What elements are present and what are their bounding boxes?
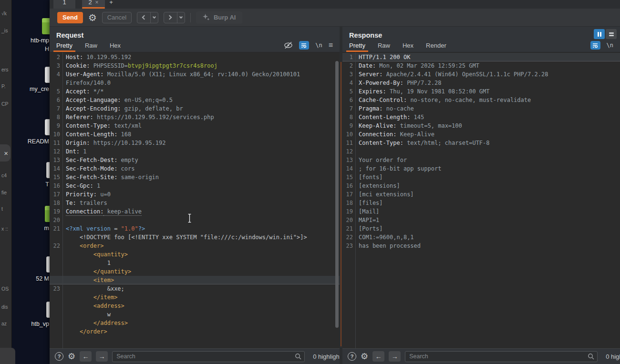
editor-line: 14; for 16-bit app support: [342, 164, 620, 173]
gutter-divider: [355, 52, 356, 348]
editor-line: 1: [50, 259, 340, 267]
new-tab-button[interactable]: +: [105, 0, 117, 9]
line-text: Content-Length: 168: [60, 130, 340, 139]
editor-line: </address>: [50, 319, 340, 327]
background-text-fragment: c4: [1, 172, 7, 178]
editor-line: 16[extensions]: [342, 182, 620, 190]
line-number: 9: [342, 121, 353, 130]
burp-ai-label: Burp AI: [214, 14, 236, 21]
line-number: 12: [342, 147, 353, 156]
hide-eye-icon[interactable]: [284, 41, 293, 49]
editor-line: 21<?xml version = "1.0"?>: [50, 224, 340, 233]
line-text: [353, 147, 620, 156]
line-number: 15: [50, 173, 60, 182]
gear-icon[interactable]: ⚙: [88, 13, 97, 22]
response-search-input[interactable]: [405, 351, 598, 362]
plus-icon: +: [109, 0, 113, 6]
editor-line: 5Expires: Thu, 19 Nov 1981 08:52:00 GMT: [342, 87, 620, 96]
editor-line: 10Connection: Keep-Alive: [342, 130, 620, 139]
previous-match-button[interactable]: ←: [80, 351, 92, 362]
burp-ai-button[interactable]: Burp AI: [196, 11, 242, 24]
line-text: [60, 216, 340, 224]
show-newlines-icon[interactable]: \n: [607, 42, 613, 49]
line-number: 21: [50, 224, 60, 233]
editor-line: 23 &xxe;: [50, 284, 340, 293]
send-button[interactable]: Send: [57, 12, 83, 23]
cancel-button[interactable]: Cancel: [102, 12, 132, 23]
repeater-tab-1[interactable]: 1: [53, 0, 75, 9]
editor-line: </order>: [50, 327, 340, 336]
editor-line: 22COM1:=9600,n,8,1: [342, 233, 620, 242]
response-editor[interactable]: 1HTTP/1.1 200 OK2Date: Mon, 02 Mar 2026 …: [342, 52, 620, 348]
line-number: 22: [50, 242, 60, 250]
rows-layout-icon[interactable]: [606, 29, 617, 39]
line-text: [mci extensions]: [353, 190, 620, 199]
search-settings-gear-icon[interactable]: ⚙: [68, 352, 75, 361]
editor-line: 20MAPI=1: [342, 216, 620, 224]
previous-match-button[interactable]: ←: [372, 351, 384, 362]
word-wrap-icon[interactable]: [590, 41, 600, 50]
editor-line: Firefox/140.0: [50, 79, 340, 87]
next-match-button[interactable]: →: [96, 351, 108, 362]
view-tab-raw[interactable]: Raw: [85, 42, 97, 52]
editor-line: 13Sec-Fetch-Dest: empty: [50, 156, 340, 164]
editor-line: <address>: [50, 302, 340, 310]
next-match-button[interactable]: →: [389, 351, 401, 362]
request-response-split: Request PrettyRawHex \n: [50, 27, 620, 364]
tab-label: 2: [88, 0, 92, 6]
line-text: &xxe;: [60, 284, 340, 293]
line-number: 20: [342, 216, 353, 224]
request-search-input[interactable]: [112, 351, 305, 362]
line-number: 14: [50, 164, 60, 173]
show-newlines-icon[interactable]: \n: [315, 42, 322, 49]
close-tab-icon[interactable]: ×: [95, 0, 99, 6]
search-settings-gear-icon[interactable]: ⚙: [361, 352, 368, 361]
line-number: 6: [50, 96, 60, 104]
line-number: 8: [342, 113, 353, 121]
help-icon[interactable]: ?: [55, 352, 63, 361]
line-number: 17: [50, 190, 60, 199]
chevron-down-icon: [153, 15, 156, 19]
editor-line: 3Server: Apache/2.4.41 (Win64) OpenSSL/1…: [342, 70, 620, 79]
view-tab-hex[interactable]: Hex: [110, 42, 121, 52]
line-number: 15: [342, 173, 353, 182]
line-number: 5: [50, 87, 60, 96]
view-tab-render[interactable]: Render: [426, 42, 446, 52]
line-text: has been processed: [353, 242, 620, 250]
editor-line: 23has been processed: [342, 242, 620, 250]
editor-line: 18[files]: [342, 199, 620, 207]
request-scrollbar[interactable]: [335, 61, 339, 328]
line-text: </quantity>: [60, 267, 340, 276]
line-text: Date: Mon, 02 Mar 2026 12:59:25 GMT: [353, 61, 620, 70]
view-tab-pretty[interactable]: Pretty: [349, 42, 365, 52]
view-tab-raw[interactable]: Raw: [378, 42, 390, 52]
history-back-button[interactable]: [137, 12, 150, 23]
line-number: 22: [342, 233, 353, 242]
close-icon[interactable]: ×: [0, 144, 10, 162]
background-text-fragment: ers: [1, 67, 9, 72]
columns-layout-icon[interactable]: [594, 29, 605, 39]
line-number: [50, 276, 60, 284]
repeater-tab-2[interactable]: 2 ×: [82, 0, 105, 9]
history-forward-dropdown[interactable]: [177, 12, 185, 23]
editor-line: 17[mci extensions]: [342, 190, 620, 199]
line-number: 19: [342, 207, 353, 216]
request-editor[interactable]: 2Host: 10.129.95.1923Cookie: PHPSESSID=b…: [50, 52, 340, 348]
help-icon[interactable]: ?: [348, 352, 356, 361]
chevron-right-icon: [167, 15, 172, 20]
line-text: <quantity>: [60, 250, 340, 259]
line-text: ; for 16-bit app support: [353, 164, 620, 173]
line-text: Referer: https://10.129.95.192/services.…: [60, 113, 340, 121]
background-text-fragment: dis: [1, 304, 8, 310]
gutter-divider: [62, 52, 63, 348]
line-text: </order>: [60, 327, 340, 336]
tab-label: 1: [62, 0, 66, 6]
view-tab-hex[interactable]: Hex: [403, 42, 413, 52]
history-back-dropdown[interactable]: [150, 12, 158, 23]
editor-line: 6Cache-Control: no-store, no-cache, must…: [342, 96, 620, 104]
menu-icon[interactable]: ≡: [329, 41, 333, 49]
history-forward-group: [164, 12, 185, 23]
history-forward-button[interactable]: [164, 12, 177, 23]
word-wrap-icon[interactable]: [299, 41, 309, 50]
view-tab-pretty[interactable]: Pretty: [56, 42, 72, 52]
